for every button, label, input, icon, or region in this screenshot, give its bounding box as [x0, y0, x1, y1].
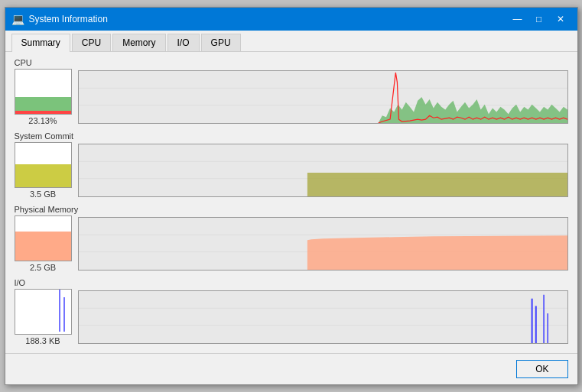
- maximize-button[interactable]: □: [528, 8, 550, 31]
- tab-io[interactable]: I/O: [167, 34, 200, 51]
- io-mini-svg: [15, 290, 72, 335]
- main-content: CPU 23.13%: [5, 52, 577, 353]
- commit-chart-row: 3.5 GB: [15, 142, 568, 199]
- minimize-button[interactable]: —: [507, 8, 528, 31]
- svg-rect-15: [79, 291, 567, 343]
- main-window: 💻 System Information — □ ✕ Summary CPU M…: [5, 7, 578, 385]
- physmem-chart-row: 2.5 GB: [15, 215, 568, 272]
- physical-memory-label: Physical Memory: [15, 205, 568, 214]
- commit-value: 3.5 GB: [30, 190, 56, 199]
- io-value: 188.3 KB: [25, 336, 60, 345]
- cpu-chart-row: 23.13%: [15, 69, 568, 125]
- cpu-label: CPU: [15, 58, 568, 67]
- commit-mini-box: 3.5 GB: [15, 142, 72, 199]
- ok-button[interactable]: OK: [516, 360, 567, 378]
- io-mini-chart: [15, 289, 72, 335]
- tab-cpu[interactable]: CPU: [72, 34, 111, 51]
- io-chart-row: 188.3 KB: [15, 289, 568, 345]
- cpu-big-chart: [78, 70, 568, 124]
- svg-marker-11: [307, 235, 567, 270]
- window-title: System Information: [29, 14, 507, 24]
- io-mini-box: 188.3 KB: [15, 289, 72, 345]
- system-commit-section: System Commit 3.5 GB: [15, 131, 568, 199]
- cpu-mini-chart: [15, 69, 72, 115]
- io-chart-svg: [79, 291, 567, 343]
- cpu-mini-green: [15, 97, 71, 111]
- commit-mini-fill: [15, 164, 71, 187]
- title-bar: 💻 System Information — □ ✕: [5, 8, 577, 31]
- tab-summary[interactable]: Summary: [11, 34, 70, 52]
- io-big-chart: [78, 290, 568, 344]
- system-commit-label: System Commit: [15, 131, 568, 141]
- physmem-mini-box: 2.5 GB: [15, 215, 72, 272]
- window-controls: — □ ✕: [507, 8, 571, 31]
- io-section: I/O 188.3 KB: [15, 278, 568, 345]
- svg-rect-12: [15, 290, 72, 335]
- cpu-value: 23.13%: [28, 116, 57, 125]
- cpu-mini-red: [15, 111, 71, 114]
- physmem-chart-svg: [79, 218, 567, 270]
- physmem-big-chart: [78, 217, 568, 271]
- close-button[interactable]: ✕: [550, 8, 571, 31]
- tab-bar: Summary CPU Memory I/O GPU: [5, 31, 577, 52]
- cpu-mini-box: 23.13%: [15, 69, 72, 125]
- commit-mini-chart: [15, 142, 72, 188]
- physmem-value: 2.5 GB: [30, 263, 56, 272]
- footer: OK: [5, 353, 577, 384]
- tab-gpu[interactable]: GPU: [201, 34, 241, 51]
- window-icon: 💻: [11, 13, 24, 25]
- physmem-mini-chart: [15, 215, 72, 261]
- tab-memory[interactable]: Memory: [112, 34, 165, 51]
- physical-memory-section: Physical Memory 2.5 GB: [15, 205, 568, 272]
- io-label: I/O: [15, 278, 568, 287]
- svg-marker-7: [307, 173, 567, 196]
- cpu-section: CPU 23.13%: [15, 58, 568, 125]
- cpu-chart-svg: [79, 71, 567, 123]
- physmem-mini-fill: [15, 232, 71, 261]
- commit-chart-svg: [79, 144, 567, 196]
- commit-big-chart: [78, 144, 568, 197]
